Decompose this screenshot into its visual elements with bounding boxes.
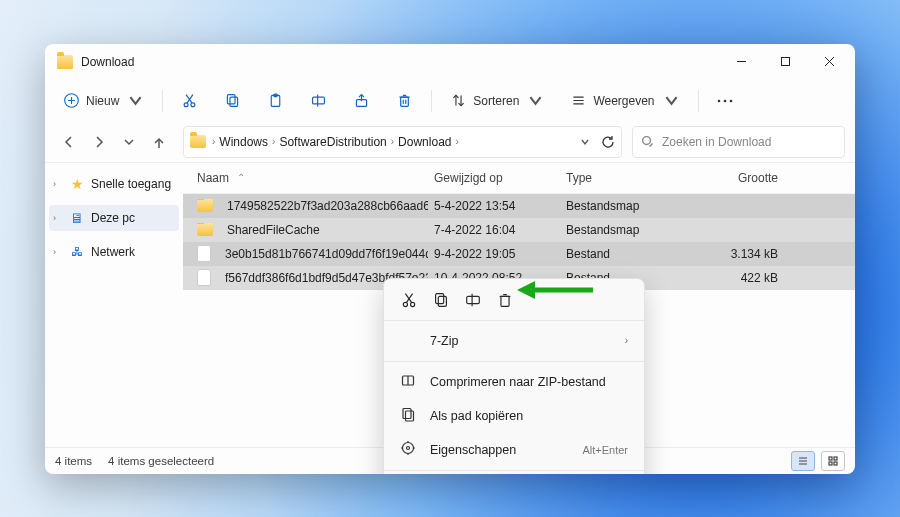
breadcrumb[interactable]: › Windows› SoftwareDistribution› Downloa…: [183, 126, 622, 158]
status-selected: 4 items geselecteerd: [108, 455, 214, 467]
status-count: 4 items: [55, 455, 92, 467]
svg-rect-12: [230, 97, 238, 106]
folder-icon: [197, 199, 213, 212]
up-button[interactable]: [145, 128, 173, 156]
svg-point-34: [403, 302, 407, 306]
network-icon: 🖧: [69, 244, 85, 260]
rename-icon[interactable]: [464, 291, 482, 309]
svg-line-10: [186, 95, 192, 104]
recent-button[interactable]: [115, 128, 143, 156]
table-row[interactable]: 1749582522b7f3ad203a288cb66aad6b5-4-2022…: [183, 194, 855, 218]
svg-rect-47: [403, 409, 411, 419]
svg-line-37: [405, 293, 411, 302]
monitor-icon: 🖥: [69, 210, 85, 226]
delete-button[interactable]: [386, 85, 423, 117]
col-type[interactable]: Type: [560, 171, 692, 185]
details-view-button[interactable]: [791, 451, 815, 471]
chevron-down-icon[interactable]: [579, 136, 591, 148]
svg-rect-66: [829, 462, 832, 465]
address-bar: › Windows› SoftwareDistribution› Downloa…: [45, 122, 855, 163]
folder-icon: [197, 223, 213, 236]
view-button[interactable]: Weergeven: [560, 85, 689, 117]
sort-asc-icon: ⌃: [237, 172, 245, 183]
file-list: Naam⌃ Gewijzigd op Type Grootte 17495825…: [183, 163, 855, 447]
forward-button[interactable]: [85, 128, 113, 156]
svg-rect-15: [313, 97, 325, 104]
context-menu: 7-Zip› Comprimeren naar ZIP-bestand Als …: [383, 278, 645, 474]
cut-icon[interactable]: [400, 291, 418, 309]
search-input[interactable]: Zoeken in Download: [632, 126, 845, 158]
svg-rect-38: [436, 293, 444, 303]
svg-point-7: [185, 103, 189, 107]
share-button[interactable]: [343, 85, 380, 117]
column-headers[interactable]: Naam⌃ Gewijzigd op Type Grootte: [183, 163, 855, 194]
folder-icon: [190, 135, 206, 148]
folder-icon: [57, 55, 73, 69]
explorer-window: Download Nieuw Sorteren Weergeven: [45, 44, 855, 474]
crumb-windows[interactable]: Windows: [219, 135, 268, 149]
star-icon: ★: [69, 176, 85, 192]
svg-rect-64: [829, 457, 832, 460]
sidebar: › ★ Snelle toegang › 🖥 Deze pc › 🖧 Netwe…: [45, 163, 183, 447]
col-name[interactable]: Naam: [197, 171, 229, 185]
chevron-right-icon[interactable]: ›: [53, 179, 63, 189]
crumb-download[interactable]: Download: [398, 135, 451, 149]
rename-button[interactable]: [300, 85, 337, 117]
back-button[interactable]: [55, 128, 83, 156]
svg-rect-65: [834, 457, 837, 460]
maximize-button[interactable]: [763, 44, 807, 80]
svg-point-50: [407, 447, 410, 450]
delete-icon[interactable]: [496, 291, 514, 309]
body: › ★ Snelle toegang › 🖥 Deze pc › 🖧 Netwe…: [45, 163, 855, 447]
titlebar: Download: [45, 44, 855, 80]
toolbar: Nieuw Sorteren Weergeven: [45, 80, 855, 122]
svg-point-29: [723, 99, 726, 102]
ctx-7zip[interactable]: 7-Zip›: [384, 324, 644, 358]
svg-point-32: [643, 137, 651, 145]
refresh-icon[interactable]: [601, 135, 615, 149]
ctx-properties[interactable]: Eigenschappen Alt+Enter: [384, 433, 644, 467]
svg-rect-11: [228, 95, 236, 104]
copy-icon[interactable]: [432, 291, 450, 309]
chevron-right-icon[interactable]: ›: [53, 213, 63, 223]
table-row[interactable]: 3e0b15d81b766741d09dd7f6f19e044db3625c29…: [183, 242, 855, 266]
col-modified[interactable]: Gewijzigd op: [428, 171, 560, 185]
svg-point-30: [729, 99, 732, 102]
window-title: Download: [81, 55, 134, 69]
cut-button[interactable]: [171, 85, 208, 117]
new-button[interactable]: Nieuw: [53, 85, 154, 117]
crumb-swdist[interactable]: SoftwareDistribution: [279, 135, 386, 149]
svg-rect-42: [501, 296, 509, 306]
svg-point-28: [717, 99, 720, 102]
col-size[interactable]: Grootte: [692, 171, 784, 185]
table-row[interactable]: SharedFileCache7-4-2022 16:04Bestandsmap: [183, 218, 855, 242]
chevron-right-icon[interactable]: ›: [53, 247, 63, 257]
more-button[interactable]: [707, 85, 743, 117]
ctx-compress-zip[interactable]: Comprimeren naar ZIP-bestand: [384, 365, 644, 399]
chevron-right-icon: ›: [625, 335, 628, 346]
icons-view-button[interactable]: [821, 451, 845, 471]
minimize-button[interactable]: [719, 44, 763, 80]
sort-button[interactable]: Sorteren: [440, 85, 554, 117]
paste-button[interactable]: [257, 85, 294, 117]
svg-rect-67: [834, 462, 837, 465]
sidebar-item-quick-access[interactable]: › ★ Snelle toegang: [49, 171, 179, 197]
file-icon: [197, 269, 211, 286]
sidebar-item-network[interactable]: › 🖧 Netwerk: [49, 239, 179, 265]
svg-rect-1: [781, 58, 789, 66]
svg-point-35: [411, 302, 415, 306]
svg-rect-48: [406, 411, 414, 421]
copy-button[interactable]: [214, 85, 251, 117]
file-icon: [197, 245, 211, 262]
svg-line-9: [187, 95, 193, 104]
ctx-copy-path[interactable]: Als pad kopiëren: [384, 399, 644, 433]
svg-rect-39: [438, 296, 446, 306]
svg-point-8: [191, 103, 195, 107]
svg-rect-40: [467, 296, 480, 303]
svg-point-49: [403, 443, 414, 454]
svg-line-33: [650, 144, 653, 147]
search-icon: [641, 135, 654, 148]
sidebar-item-this-pc[interactable]: › 🖥 Deze pc: [49, 205, 179, 231]
svg-rect-18: [401, 97, 409, 106]
close-button[interactable]: [807, 44, 851, 80]
